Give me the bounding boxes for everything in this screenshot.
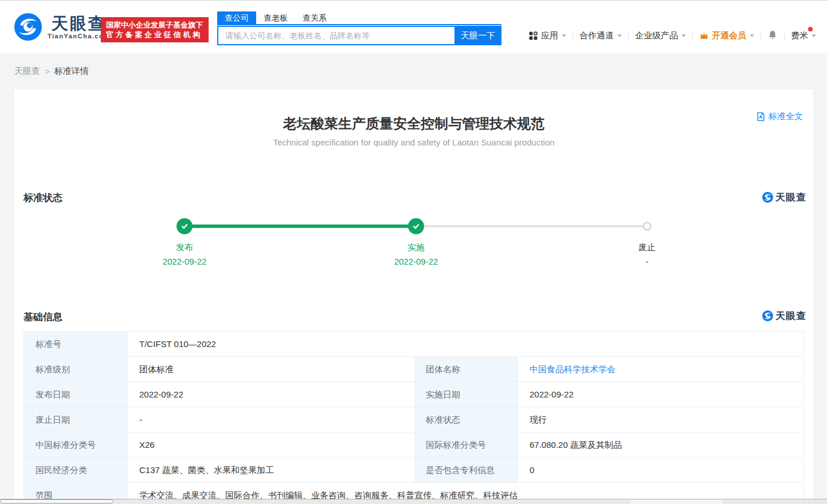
tab-search-company[interactable]: 查公司 xyxy=(217,11,256,24)
info-value-ics: 67.080.20 蔬菜及其制品 xyxy=(518,432,804,458)
timeline-segment-done xyxy=(185,225,416,228)
nav-enterprise-label: 企业级产品 xyxy=(635,30,678,41)
watermark-text: 天眼查 xyxy=(775,309,806,322)
nav-partner-channel[interactable]: 合作通道 xyxy=(573,30,628,41)
milestone-date-implement: 2022-09-22 xyxy=(376,257,456,266)
tianyancha-logo[interactable]: 天眼查 TianYanCha.com xyxy=(14,13,110,41)
tianyancha-watermark-icon xyxy=(762,192,773,203)
info-label-org: 团体名称 xyxy=(414,357,518,382)
standard-title: 老坛酸菜生产质量安全控制与管理技术规范 xyxy=(14,115,813,133)
breadcrumb-current: 标准详情 xyxy=(54,66,89,77)
brand-name: 天眼查 xyxy=(52,14,107,33)
breadcrumb: 天眼查 > 标准详情 xyxy=(14,53,89,89)
tab-search-relation[interactable]: 查关系 xyxy=(295,12,334,24)
milestone-label-publish: 发布 xyxy=(144,242,225,253)
search-input[interactable] xyxy=(217,26,454,45)
watermark-text: 天眼查 xyxy=(775,191,806,204)
nav-apps-label: 应用 xyxy=(541,30,558,41)
info-value-abolish-date: - xyxy=(128,407,414,432)
status-section-heading: 标准状态 xyxy=(23,191,62,204)
info-label-econ-class: 国民经济分类 xyxy=(24,458,128,483)
info-section-heading: 基础信息 xyxy=(23,310,62,324)
milestone-check-icon-publish xyxy=(177,218,193,234)
gov-badge-line1: 国家中小企业发展子基金旗下 xyxy=(106,20,203,30)
milestone-pending-icon-abolish xyxy=(642,222,652,231)
milestone-date-abolish: - xyxy=(607,257,687,266)
timeline-segment-pending xyxy=(416,225,647,227)
nav-feimi-label: 费米 xyxy=(791,30,808,40)
nav-enterprise-products[interactable]: 企业级产品 xyxy=(629,30,692,41)
watermark-logo-status: 天眼查 xyxy=(762,191,806,204)
nav-partner-label: 合作通道 xyxy=(579,30,614,41)
info-value-cn-class: X26 xyxy=(128,432,414,458)
bell-icon xyxy=(767,30,778,42)
status-timeline: 发布 2022-09-22 实施 2022-09-22 废止 - xyxy=(14,218,813,293)
info-value-level: 团体标准 xyxy=(128,357,414,382)
scrollbar-thumb[interactable] xyxy=(0,499,113,503)
info-label-impl-date: 实施日期 xyxy=(414,382,518,407)
milestone-label-implement: 实施 xyxy=(376,242,456,253)
gov-certification-badge: 国家中小企业发展子基金旗下 官方备案企业征信机构 xyxy=(101,17,209,42)
tab-search-boss[interactable]: 查老板 xyxy=(256,12,295,24)
info-value-impl-date: 2022-09-22 xyxy=(518,382,804,407)
standard-detail-card: 标准全文 老坛酸菜生产质量安全控制与管理技术规范 Technical speci… xyxy=(14,89,813,504)
chevron-down-icon xyxy=(562,34,566,37)
gov-badge-line2: 官方备案企业征信机构 xyxy=(106,30,203,40)
horizontal-scrollbar[interactable] xyxy=(0,499,827,504)
info-label-patent: 是否包含专利信息 xyxy=(414,458,518,483)
watermark-logo-info: 天眼查 xyxy=(762,309,806,322)
notification-dot xyxy=(808,27,813,32)
chevron-down-icon xyxy=(617,34,622,37)
chevron-down-icon xyxy=(812,34,816,37)
tianyancha-watermark-icon xyxy=(762,310,773,321)
chevron-down-icon xyxy=(750,34,754,37)
nav-feimi[interactable]: 费米 xyxy=(785,30,822,41)
info-label-level: 标准级别 xyxy=(24,357,128,382)
search-button[interactable]: 天眼一下 xyxy=(454,26,501,45)
info-value-std-no: T/CIFST 010—2022 xyxy=(128,332,804,357)
chevron-down-icon xyxy=(681,34,686,37)
header: 天眼查 TianYanCha.com 国家中小企业发展子基金旗下 官方备案企业征… xyxy=(0,1,827,53)
info-label-cn-class: 中国标准分类号 xyxy=(24,432,128,458)
info-label-std-no: 标准号 xyxy=(24,332,128,357)
info-value-status: 现行 xyxy=(518,407,804,432)
milestone-label-abolish: 废止 xyxy=(607,242,687,253)
standard-subtitle-en: Technical specification for quality and … xyxy=(14,137,813,147)
scrollbar-track-segment xyxy=(630,500,722,504)
info-label-pub-date: 发布日期 xyxy=(24,382,128,407)
top-nav: 应用 合作通道 企业级产品 开通会员 xyxy=(522,26,822,45)
basic-info-table: 标准号 T/CIFST 010—2022 标准级别 团体标准 团体名称 中国食品… xyxy=(23,331,804,504)
info-label-ics: 国际标准分类号 xyxy=(414,432,518,458)
search-tabs: 查公司 查老板 查关系 xyxy=(217,13,501,25)
milestone-date-publish: 2022-09-22 xyxy=(144,257,225,266)
milestone-check-icon-implement xyxy=(408,218,424,234)
info-value-patent: 0 xyxy=(518,458,804,483)
page: 天眼查 TianYanCha.com 国家中小企业发展子基金旗下 官方备案企业征… xyxy=(0,0,827,504)
nav-notifications[interactable] xyxy=(761,30,784,42)
info-label-status: 标准状态 xyxy=(414,407,518,432)
nav-vip-membership[interactable]: 开通会员 xyxy=(693,30,761,41)
info-value-org-link[interactable]: 中国食品科学技术学会 xyxy=(518,357,804,382)
breadcrumb-home[interactable]: 天眼查 xyxy=(14,66,40,77)
breadcrumb-separator: > xyxy=(45,66,50,76)
apps-grid-icon xyxy=(528,31,538,41)
nav-apps[interactable]: 应用 xyxy=(522,30,573,41)
info-value-pub-date: 2022-09-22 xyxy=(128,382,414,407)
info-value-econ-class: C137 蔬菜、菌类、水果和坚果加工 xyxy=(128,458,414,483)
tianyancha-logo-icon xyxy=(14,13,42,41)
info-label-abolish-date: 废止日期 xyxy=(24,407,128,432)
search-block: 查公司 查老板 查关系 天眼一下 xyxy=(217,13,501,45)
nav-vip-label: 开通会员 xyxy=(712,30,746,41)
crown-icon xyxy=(699,31,709,41)
